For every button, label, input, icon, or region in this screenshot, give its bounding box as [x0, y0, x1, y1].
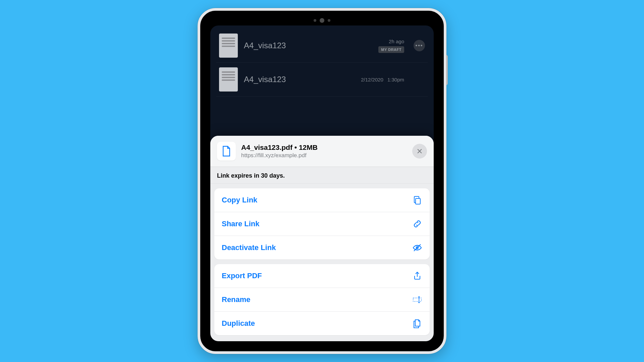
- svg-rect-5: [413, 298, 422, 302]
- duplicate-icon: [412, 318, 422, 328]
- file-row[interactable]: A4_visa123 2/12/2020 1:30pm •••: [216, 63, 428, 97]
- action-label: Deactivate Link: [222, 243, 276, 252]
- action-group-file: Export PDF Rename: [214, 264, 430, 335]
- actions-sheet: A4_visa123.pdf • 12MB https://fill.xyz/e…: [210, 136, 434, 341]
- file-time: 1:30pm: [387, 77, 404, 82]
- sheet-subtext: Link expires in 30 days.: [210, 167, 434, 184]
- duplicate-button[interactable]: Duplicate: [214, 311, 430, 335]
- action-group-link: Copy Link Share Link: [214, 188, 430, 259]
- deactivate-link-button[interactable]: Deactivate Link: [214, 236, 430, 259]
- link-icon: [412, 219, 422, 229]
- action-label: Copy Link: [222, 196, 257, 204]
- more-button[interactable]: •••: [414, 40, 425, 51]
- file-date: 2/12/2020: [361, 77, 383, 82]
- close-button[interactable]: [412, 144, 427, 159]
- svg-rect-2: [416, 198, 420, 204]
- file-relative-time: 2h ago: [389, 39, 404, 44]
- share-up-icon: [412, 271, 422, 281]
- copy-icon: [412, 195, 422, 205]
- app-screen: A4_visa123 2h ago MY DRAFT ••• A4_visa12…: [210, 25, 434, 341]
- action-label: Rename: [222, 295, 251, 304]
- close-icon: [417, 148, 423, 154]
- file-name: A4_visa123: [244, 41, 372, 50]
- file-thumbnail-icon: [219, 67, 238, 92]
- rename-button[interactable]: Rename: [214, 288, 430, 311]
- tablet-sensor-bar: [314, 18, 330, 23]
- copy-link-button[interactable]: Copy Link: [214, 188, 430, 212]
- file-thumbnail-icon: [219, 34, 238, 58]
- sheet-file-title: A4_visa123.pdf • 12MB: [241, 143, 407, 152]
- document-icon: [217, 142, 236, 161]
- file-name: A4_visa123: [244, 75, 355, 84]
- share-link-button[interactable]: Share Link: [214, 212, 430, 236]
- tablet-frame: A4_visa123 2h ago MY DRAFT ••• A4_visa12…: [198, 8, 446, 354]
- rename-icon: [412, 295, 422, 305]
- sheet-file-url: https://fill.xyz/example.pdf: [241, 152, 407, 159]
- action-label: Export PDF: [222, 272, 262, 280]
- file-row[interactable]: A4_visa123 2h ago MY DRAFT •••: [216, 29, 428, 63]
- export-pdf-button[interactable]: Export PDF: [214, 264, 430, 288]
- sheet-header: A4_visa123.pdf • 12MB https://fill.xyz/e…: [210, 136, 434, 167]
- eye-off-icon: [412, 243, 422, 253]
- action-label: Share Link: [222, 220, 259, 228]
- draft-badge: MY DRAFT: [378, 46, 404, 53]
- action-label: Duplicate: [222, 319, 255, 328]
